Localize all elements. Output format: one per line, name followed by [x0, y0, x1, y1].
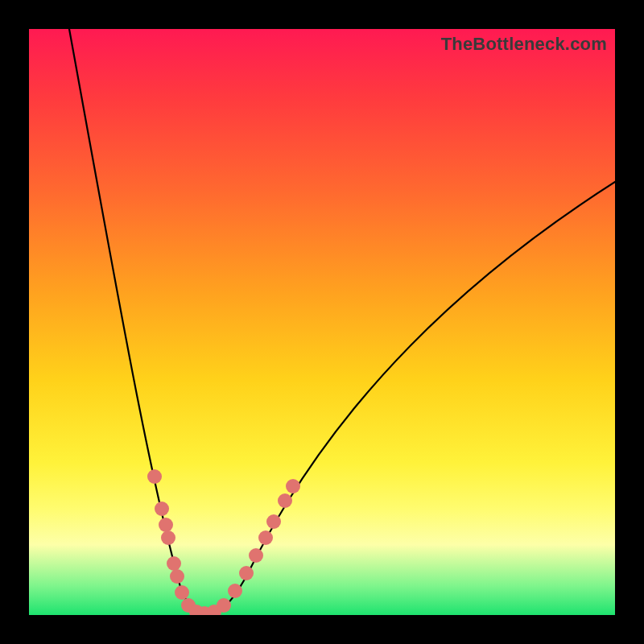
chart-frame: TheBottleneck.com	[0, 0, 644, 644]
chart-svg	[29, 29, 615, 615]
bead	[161, 530, 175, 545]
chart-plot-area: TheBottleneck.com	[29, 29, 615, 615]
bead	[155, 502, 169, 516]
bead	[170, 569, 184, 584]
bead	[258, 530, 273, 545]
bead-group	[147, 469, 300, 615]
bead	[217, 598, 231, 613]
bead	[197, 606, 212, 615]
bead	[207, 605, 221, 615]
bead	[167, 556, 181, 571]
bead	[286, 479, 300, 493]
bead	[266, 514, 281, 529]
bead	[147, 469, 162, 484]
bead	[189, 605, 204, 615]
bottleneck-curve	[69, 29, 615, 613]
bead	[228, 584, 242, 598]
watermark-text: TheBottleneck.com	[441, 34, 607, 55]
bead	[249, 548, 263, 563]
bead	[278, 493, 292, 508]
bead	[181, 598, 196, 613]
bead	[239, 566, 254, 580]
bead	[159, 518, 173, 532]
bead	[175, 585, 189, 600]
